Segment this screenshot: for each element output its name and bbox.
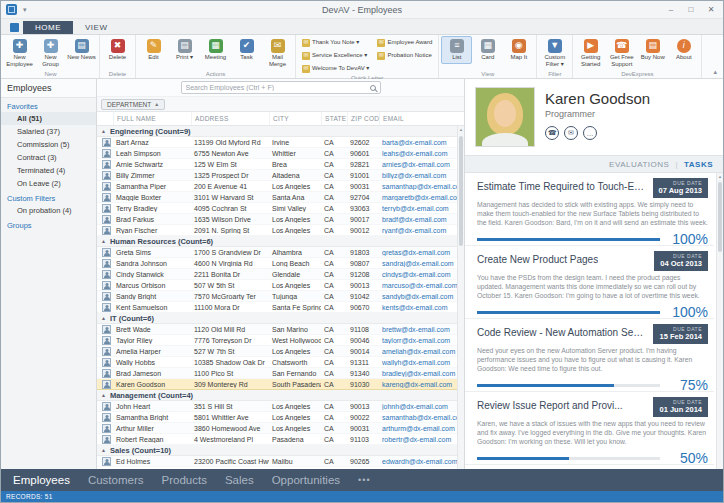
email-link[interactable]: bradleyj@dx-email.com xyxy=(382,370,455,377)
new-news-button[interactable]: ▤New News xyxy=(66,36,97,64)
meeting-button[interactable]: ▦Meeting xyxy=(200,36,231,64)
column-header-state[interactable]: STATE xyxy=(321,112,347,125)
map-it-button[interactable]: ◉Map It xyxy=(503,36,534,64)
thank-you-note-button[interactable]: ✉Thank You Note ▾ xyxy=(298,36,373,49)
chat-icon[interactable]: … xyxy=(583,126,597,140)
scroll-up-icon[interactable]: ▲ xyxy=(458,126,464,133)
new-group-button[interactable]: ✚New Group xyxy=(35,36,66,70)
sidebar-item-salaried-37[interactable]: Salaried (37) xyxy=(1,125,96,138)
get-free-support-button[interactable]: ☎Get Free Support xyxy=(606,36,637,70)
employee-row[interactable]: Arthur Miller3860 Homewood AveLos Angele… xyxy=(97,423,457,434)
task-card[interactable]: Create New Product PagesDUE DATE04 Oct 2… xyxy=(465,246,714,319)
tab-home[interactable]: HOME xyxy=(23,21,73,34)
employee-award-button[interactable]: ✉Employee Award xyxy=(373,36,436,49)
sidebar-item-on-leave-2[interactable]: On Leave (2) xyxy=(1,177,96,190)
email-link[interactable]: cindys@dx-email.com xyxy=(382,271,451,278)
email-link[interactable]: brettw@dx-email.com xyxy=(382,326,450,333)
welcome-to-devav-button[interactable]: ✉Welcome To DevAV ▾ xyxy=(298,62,373,75)
employee-row[interactable]: Greta Sims1700 S Grandview DrAlhambraCA9… xyxy=(97,247,457,258)
card-button[interactable]: ▦Card xyxy=(472,36,503,64)
task-card[interactable]: Review Issue Report and Provi...DUE DATE… xyxy=(465,392,714,465)
email-link[interactable]: edwardh@dx-email.com xyxy=(382,458,457,465)
email-link[interactable]: samanthap@dx-email.com xyxy=(382,183,457,190)
list-button[interactable]: ≡List xyxy=(441,36,472,64)
employee-row[interactable]: Brad Farkus1635 Wilson DriveLos AngelesC… xyxy=(97,214,457,225)
mail-merge-button[interactable]: ✉Mail Merge xyxy=(262,36,293,70)
email-link[interactable]: sandyb@dx-email.com xyxy=(382,293,453,300)
email-link[interactable]: arthurm@dx-email.com xyxy=(382,425,455,432)
module-tab-products[interactable]: Products xyxy=(162,474,207,486)
group-row-human-resources-count-6[interactable]: ▲Human Resources (Count=6) xyxy=(97,236,457,247)
employee-row[interactable]: Kent Samuelson11100 Mora DrSanta Fe Spri… xyxy=(97,302,457,313)
more-tabs-button[interactable]: ••• xyxy=(358,475,370,485)
column-header-city[interactable]: CITY xyxy=(269,112,321,125)
sidebar-item-terminated-4[interactable]: Terminated (4) xyxy=(1,164,96,177)
employee-row[interactable]: Cindy Stanwick2211 Bonita DrGlendaleCA91… xyxy=(97,269,457,280)
employee-row[interactable]: Arnie Schwartz125 W Elm StBreaCA92821arn… xyxy=(97,159,457,170)
collapse-group-icon[interactable]: ▲ xyxy=(101,392,106,398)
employee-row[interactable]: Taylor Riley7776 Torreyson DrWest Hollyw… xyxy=(97,335,457,346)
group-row-engineering-count-9[interactable]: ▲Engineering (Count=9) xyxy=(97,126,457,137)
column-header-address[interactable]: ADDRESS xyxy=(191,112,269,125)
employee-row[interactable]: Sandy Bright7570 McGroarty TerTujungaCA9… xyxy=(97,291,457,302)
employee-row[interactable]: Maggie Boxter3101 W Harvard StSanta AnaC… xyxy=(97,192,457,203)
minimize-button[interactable]: – xyxy=(661,3,681,17)
service-excellence-button[interactable]: ✉Service Excellence ▾ xyxy=(298,49,373,62)
email-link[interactable]: ameliah@dx-email.com xyxy=(382,348,455,355)
employee-row[interactable]: Marcus Orbison507 W 5th StLos AngelesCA9… xyxy=(97,280,457,291)
email-link[interactable]: terryb@dx-email.com xyxy=(382,205,449,212)
detail-tab-evaluations[interactable]: EVALUATIONS xyxy=(609,160,669,169)
column-header-full-name[interactable]: FULL NAME xyxy=(113,112,191,125)
quick-access-dropdown-icon[interactable]: ▾ xyxy=(20,6,30,14)
employee-row[interactable]: Ryan Fischer2091 N. Spring StLos Angeles… xyxy=(97,225,457,236)
search-input[interactable] xyxy=(186,84,367,91)
email-link[interactable]: kareng@dx-email.com xyxy=(382,381,452,388)
task-button[interactable]: ✔Task xyxy=(231,36,262,64)
employee-row[interactable]: Sandra Johnson4600 N Virginia RdLong Bea… xyxy=(97,258,457,269)
search-box[interactable] xyxy=(181,81,381,94)
employee-row[interactable]: Ed Holmes23200 Pacific Coast HwyMalibuCA… xyxy=(97,456,457,467)
email-link[interactable]: wallyh@dx-email.com xyxy=(382,359,450,366)
email-link[interactable]: taylorr@dx-email.com xyxy=(382,337,450,344)
sidebar-item-all-51[interactable]: All (51) xyxy=(1,112,96,125)
employee-row[interactable]: Samantha Piper200 E Avenue 41Los Angeles… xyxy=(97,181,457,192)
collapse-group-icon[interactable]: ▲ xyxy=(101,315,106,321)
task-card[interactable]: Estimate Time Required to Touch-Enab...D… xyxy=(465,173,714,246)
employee-row[interactable]: Leah Simpson6755 Newton AveWhittierCA906… xyxy=(97,148,457,159)
collapse-ribbon-icon[interactable]: ▴ xyxy=(713,68,717,76)
sidebar-item-contract-3[interactable]: Contract (3) xyxy=(1,151,96,164)
collapse-group-icon[interactable]: ▲ xyxy=(101,128,106,134)
grid-scrollbar[interactable]: ▲ xyxy=(457,126,464,469)
module-tab-sales[interactable]: Sales xyxy=(225,474,254,486)
employee-row[interactable]: Samantha Bright5801 Whittier AveLos Ange… xyxy=(97,412,457,423)
email-link[interactable]: robertr@dx-email.com xyxy=(382,436,451,443)
mail-icon[interactable]: ✉ xyxy=(564,126,578,140)
employee-row[interactable]: Karen Goodson309 Monterey RdSouth Pasade… xyxy=(97,379,457,390)
module-tab-employees[interactable]: Employees xyxy=(13,474,70,486)
close-button[interactable]: ✕ xyxy=(701,3,721,17)
group-row-sales-count-10[interactable]: ▲Sales (Count=10) xyxy=(97,445,457,456)
delete-button[interactable]: ✖Delete xyxy=(102,36,133,64)
column-header-zip-code[interactable]: ZIP CODE xyxy=(347,112,379,125)
email-link[interactable]: billyz@dx-email.com xyxy=(382,172,446,179)
employee-row[interactable]: Robert Reagan4 Westmoreland PlPasadenaCA… xyxy=(97,434,457,445)
tasks-scroll-up-icon[interactable]: ▲ xyxy=(717,173,723,180)
grid-scrollbar-thumb[interactable] xyxy=(459,136,463,246)
employee-row[interactable]: Terry Bradley4095 Cochran StSimi ValleyC… xyxy=(97,203,457,214)
module-tab-opportunities[interactable]: Opportunities xyxy=(272,474,340,486)
probation-notice-button[interactable]: ✉Probation Notice xyxy=(373,49,436,62)
tasks-scrollbar[interactable]: ▲ xyxy=(716,173,723,469)
tab-view[interactable]: VIEW xyxy=(73,21,119,34)
employee-row[interactable]: Brett Wade1120 Old Mill RdSan MarinoCA91… xyxy=(97,324,457,335)
about-button[interactable]: iAbout xyxy=(668,36,699,64)
employee-row[interactable]: Amelia Harper527 W 7th StLos AngelesCA90… xyxy=(97,346,457,357)
module-tab-customers[interactable]: Customers xyxy=(88,474,144,486)
email-link[interactable]: bradf@dx-email.com xyxy=(382,216,447,223)
employee-row[interactable]: John Heart351 S Hill StLos AngelesCA9001… xyxy=(97,401,457,412)
maximize-button[interactable]: □ xyxy=(681,3,701,17)
sidebar-item-on-probation-4[interactable]: On probation (4) xyxy=(1,204,96,217)
buy-now-button[interactable]: ▤Buy Now xyxy=(637,36,668,64)
getting-started-button[interactable]: ▶Getting Started xyxy=(575,36,606,70)
email-link[interactable]: gretas@dx-email.com xyxy=(382,249,450,256)
collapse-group-icon[interactable]: ▲ xyxy=(101,238,106,244)
